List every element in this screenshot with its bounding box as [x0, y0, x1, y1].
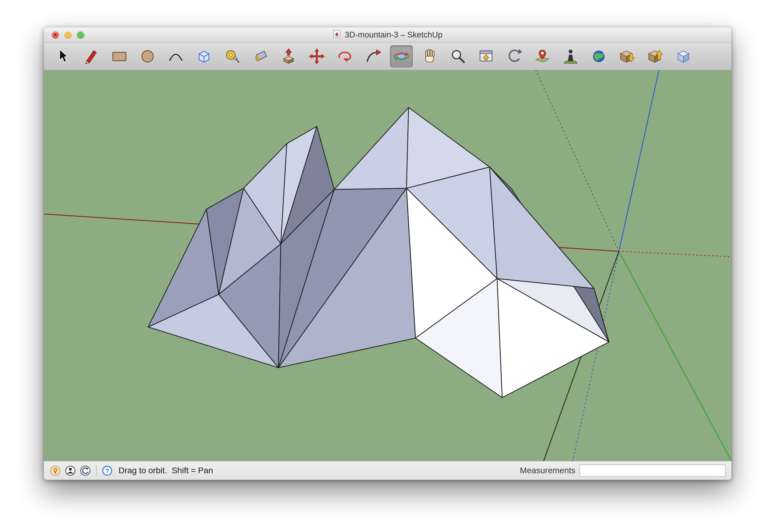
make-component-button[interactable]	[193, 45, 216, 67]
orbit-icon	[393, 48, 410, 65]
model-svg	[44, 70, 731, 461]
rotate-icon	[336, 48, 354, 65]
share-model-button[interactable]	[644, 45, 667, 67]
circle-button[interactable]	[136, 45, 159, 67]
zoom-button[interactable]	[446, 45, 469, 67]
pan-button[interactable]	[418, 45, 441, 67]
minimize-button[interactable]	[64, 31, 72, 39]
red-axis-dotted	[619, 251, 731, 257]
move-button[interactable]	[305, 45, 328, 67]
tape-measure-button[interactable]	[221, 45, 244, 67]
warehouse-icon	[675, 48, 692, 65]
window-title-group: 3D-mountain-3 – SketchUp	[333, 30, 442, 40]
rectangle-button[interactable]	[108, 45, 131, 67]
user-status-icon[interactable]	[65, 465, 76, 476]
traffic-lights	[52, 27, 84, 42]
svg-text:?: ?	[105, 467, 109, 474]
arc-icon	[167, 48, 184, 65]
help-icon[interactable]: ?	[102, 465, 113, 476]
add-location-icon	[534, 48, 551, 65]
zoom-extents-button[interactable]	[475, 45, 497, 67]
window-title: 3D-mountain-3 – SketchUp	[345, 30, 442, 40]
share-model-icon	[647, 48, 664, 65]
refresh-status-icon[interactable]	[80, 465, 91, 476]
pan-icon	[421, 48, 438, 65]
get-models-icon	[618, 48, 636, 65]
select-icon	[54, 48, 72, 65]
toolbar	[44, 43, 731, 70]
make-component-icon	[195, 48, 213, 65]
viewport[interactable]	[44, 70, 731, 461]
measurements-input[interactable]	[580, 465, 725, 477]
title-bar[interactable]: 3D-mountain-3 – SketchUp	[44, 27, 731, 43]
mountain-face-20[interactable]	[490, 167, 594, 288]
follow-me-button[interactable]	[362, 45, 385, 67]
photo-textures-button[interactable]	[559, 45, 582, 67]
rotate-button[interactable]	[334, 45, 356, 67]
low-poly-mountain-mesh	[148, 108, 609, 398]
photo-textures-icon	[562, 48, 579, 65]
orbit-button[interactable]	[390, 45, 413, 67]
rectangle-icon	[111, 48, 128, 65]
line-icon	[82, 48, 100, 65]
google-earth-icon	[590, 48, 608, 65]
push-pull-button[interactable]	[277, 45, 300, 67]
zoom-window-button[interactable]	[77, 31, 84, 39]
close-button[interactable]	[52, 31, 59, 39]
select-button[interactable]	[52, 45, 74, 67]
sketchup-window: 3D-mountain-3 – SketchUp ? Drag to orbit…	[44, 27, 731, 480]
line-button[interactable]	[80, 45, 103, 67]
lightbulb-status-icon[interactable]	[50, 465, 61, 476]
statusbar-divider	[96, 465, 97, 476]
add-location-button[interactable]	[531, 45, 554, 67]
mountain-face-12[interactable]	[334, 108, 409, 189]
push-pull-icon	[280, 48, 297, 65]
green-axis-solid	[619, 251, 731, 461]
get-models-button[interactable]	[616, 45, 639, 67]
document-icon	[333, 30, 341, 40]
previous-view-button[interactable]	[503, 45, 525, 67]
paint-bucket-button[interactable]	[249, 45, 272, 67]
zoom-icon	[449, 48, 466, 65]
unsaved-dot	[54, 34, 57, 36]
follow-me-icon	[365, 48, 382, 65]
circle-icon	[139, 48, 156, 65]
zoom-extents-icon	[477, 48, 495, 65]
tape-measure-icon	[224, 48, 241, 65]
arc-button[interactable]	[164, 45, 187, 67]
google-earth-button[interactable]	[588, 45, 610, 67]
warehouse-button[interactable]	[672, 45, 695, 67]
measurements-label: Measurements	[520, 466, 575, 475]
green-axis-dotted	[536, 70, 619, 251]
previous-view-icon	[505, 48, 523, 65]
paint-bucket-icon	[252, 48, 269, 65]
status-bar: ? Drag to orbit. Shift = Pan Measurement…	[44, 461, 731, 480]
measurements-group: Measurements	[520, 465, 725, 477]
blue-axis-solid	[619, 70, 659, 251]
move-icon	[308, 48, 326, 65]
statusbar-hint: Drag to orbit. Shift = Pan	[118, 466, 213, 475]
